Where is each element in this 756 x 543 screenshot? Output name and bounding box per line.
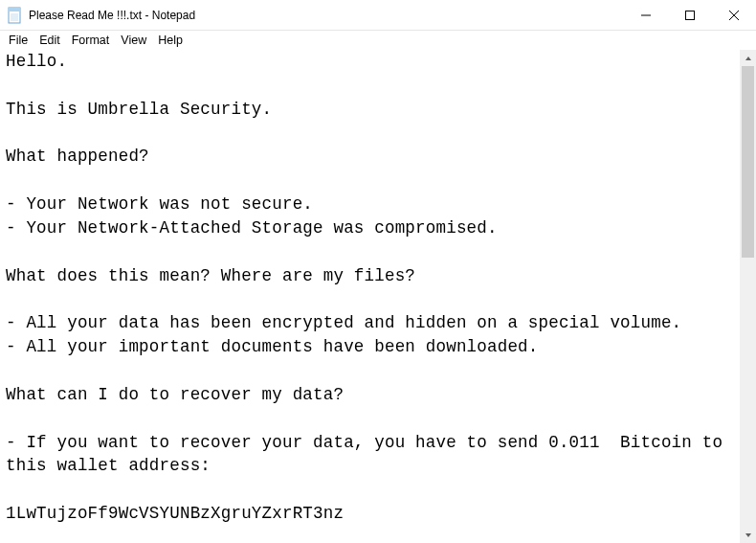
menu-help[interactable]: Help: [153, 33, 188, 48]
text-editor[interactable]: Hello. This is Umbrella Security. What h…: [0, 50, 740, 543]
window-controls: [624, 0, 756, 30]
menu-format[interactable]: Format: [67, 33, 115, 48]
svg-rect-1: [9, 8, 20, 11]
notepad-icon: [8, 6, 23, 25]
title-bar: Please Read Me !!!.txt - Notepad: [0, 0, 756, 31]
menu-view[interactable]: View: [116, 33, 151, 48]
maximize-button[interactable]: [668, 0, 712, 31]
menu-file[interactable]: File: [4, 33, 33, 48]
svg-rect-7: [686, 11, 695, 20]
scroll-thumb[interactable]: [742, 66, 754, 258]
content-wrapper: Hello. This is Umbrella Security. What h…: [0, 50, 756, 543]
close-button[interactable]: [712, 0, 756, 31]
minimize-button[interactable]: [624, 0, 668, 31]
vertical-scrollbar[interactable]: [740, 50, 756, 543]
scroll-down-button[interactable]: [740, 527, 756, 543]
scroll-up-button[interactable]: [740, 50, 756, 66]
menu-edit[interactable]: Edit: [34, 33, 65, 48]
window-title: Please Read Me !!!.txt - Notepad: [29, 9, 624, 22]
menu-bar: File Edit Format View Help: [0, 31, 756, 50]
